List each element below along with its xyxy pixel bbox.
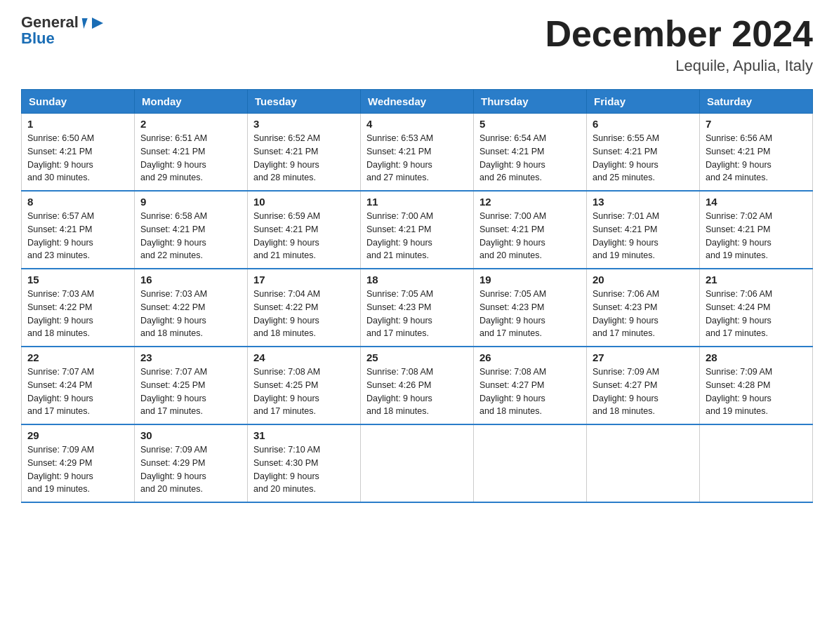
day-number: 23 <box>140 351 241 363</box>
table-row: 7 Sunrise: 6:56 AM Sunset: 4:21 PM Dayli… <box>700 114 813 192</box>
day-info: Sunrise: 6:59 AM Sunset: 4:21 PM Dayligh… <box>253 210 355 262</box>
col-sunday: Sunday <box>22 90 135 114</box>
table-row: 11 Sunrise: 7:00 AM Sunset: 4:21 PM Dayl… <box>361 191 474 269</box>
table-row: 21 Sunrise: 7:06 AM Sunset: 4:24 PM Dayl… <box>700 269 813 347</box>
day-number: 20 <box>593 274 694 286</box>
day-number: 24 <box>253 351 355 363</box>
day-number: 1 <box>27 118 128 130</box>
day-info: Sunrise: 6:50 AM Sunset: 4:21 PM Dayligh… <box>27 132 128 185</box>
table-row: 28 Sunrise: 7:09 AM Sunset: 4:28 PM Dayl… <box>700 347 813 424</box>
calendar-week-row: 15 Sunrise: 7:03 AM Sunset: 4:22 PM Dayl… <box>22 269 813 347</box>
day-info: Sunrise: 6:52 AM Sunset: 4:21 PM Dayligh… <box>253 132 355 185</box>
day-info: Sunrise: 7:09 AM Sunset: 4:29 PM Dayligh… <box>140 443 241 496</box>
day-number: 4 <box>366 118 468 130</box>
day-number: 16 <box>140 274 241 286</box>
day-number: 27 <box>593 351 694 363</box>
calendar-week-row: 1 Sunrise: 6:50 AM Sunset: 4:21 PM Dayli… <box>22 114 813 192</box>
calendar-header: Sunday Monday Tuesday Wednesday Thursday… <box>22 90 813 114</box>
col-thursday: Thursday <box>474 90 587 114</box>
day-number: 11 <box>366 196 468 208</box>
day-number: 8 <box>27 196 128 208</box>
logo-text: General <box>21 14 105 31</box>
day-number: 28 <box>706 351 807 363</box>
table-row <box>474 424 587 502</box>
svg-marker-0 <box>92 18 103 29</box>
table-row <box>700 424 813 502</box>
table-row: 26 Sunrise: 7:08 AM Sunset: 4:27 PM Dayl… <box>474 347 587 424</box>
day-info: Sunrise: 6:58 AM Sunset: 4:21 PM Dayligh… <box>140 210 241 262</box>
day-info: Sunrise: 7:06 AM Sunset: 4:24 PM Dayligh… <box>706 288 807 340</box>
table-row: 9 Sunrise: 6:58 AM Sunset: 4:21 PM Dayli… <box>135 191 248 269</box>
day-info: Sunrise: 7:03 AM Sunset: 4:22 PM Dayligh… <box>140 288 241 340</box>
table-row: 20 Sunrise: 7:06 AM Sunset: 4:23 PM Dayl… <box>587 269 700 347</box>
day-info: Sunrise: 6:51 AM Sunset: 4:21 PM Dayligh… <box>140 132 241 185</box>
table-row: 31 Sunrise: 7:10 AM Sunset: 4:30 PM Dayl… <box>248 424 361 502</box>
calendar-header-row: Sunday Monday Tuesday Wednesday Thursday… <box>22 90 813 114</box>
day-info: Sunrise: 7:09 AM Sunset: 4:28 PM Dayligh… <box>706 365 807 418</box>
table-row: 1 Sunrise: 6:50 AM Sunset: 4:21 PM Dayli… <box>22 114 135 192</box>
col-saturday: Saturday <box>700 90 813 114</box>
calendar-week-row: 29 Sunrise: 7:09 AM Sunset: 4:29 PM Dayl… <box>22 424 813 502</box>
page-header: General Blue December 2024 Lequile, Apul… <box>21 14 813 75</box>
day-info: Sunrise: 7:10 AM Sunset: 4:30 PM Dayligh… <box>253 443 355 496</box>
table-row: 2 Sunrise: 6:51 AM Sunset: 4:21 PM Dayli… <box>135 114 248 192</box>
calendar-body: 1 Sunrise: 6:50 AM Sunset: 4:21 PM Dayli… <box>22 114 813 503</box>
day-info: Sunrise: 6:56 AM Sunset: 4:21 PM Dayligh… <box>706 132 807 185</box>
day-number: 15 <box>27 274 128 286</box>
day-info: Sunrise: 7:00 AM Sunset: 4:21 PM Dayligh… <box>366 210 468 262</box>
table-row <box>361 424 474 502</box>
day-number: 18 <box>366 274 468 286</box>
day-info: Sunrise: 7:03 AM Sunset: 4:22 PM Dayligh… <box>27 288 128 340</box>
day-info: Sunrise: 7:08 AM Sunset: 4:25 PM Dayligh… <box>253 365 355 418</box>
day-number: 9 <box>140 196 241 208</box>
calendar-subtitle: Lequile, Apulia, Italy <box>545 57 813 75</box>
table-row: 25 Sunrise: 7:08 AM Sunset: 4:26 PM Dayl… <box>361 347 474 424</box>
table-row: 16 Sunrise: 7:03 AM Sunset: 4:22 PM Dayl… <box>135 269 248 347</box>
table-row: 5 Sunrise: 6:54 AM Sunset: 4:21 PM Dayli… <box>474 114 587 192</box>
calendar-week-row: 8 Sunrise: 6:57 AM Sunset: 4:21 PM Dayli… <box>22 191 813 269</box>
day-info: Sunrise: 7:06 AM Sunset: 4:23 PM Dayligh… <box>593 288 694 340</box>
day-info: Sunrise: 7:09 AM Sunset: 4:27 PM Dayligh… <box>593 365 694 418</box>
table-row: 13 Sunrise: 7:01 AM Sunset: 4:21 PM Dayl… <box>587 191 700 269</box>
day-info: Sunrise: 6:54 AM Sunset: 4:21 PM Dayligh… <box>479 132 581 185</box>
table-row: 22 Sunrise: 7:07 AM Sunset: 4:24 PM Dayl… <box>22 347 135 424</box>
col-friday: Friday <box>587 90 700 114</box>
table-row: 3 Sunrise: 6:52 AM Sunset: 4:21 PM Dayli… <box>248 114 361 192</box>
day-number: 5 <box>479 118 581 130</box>
logo-arrow-icon <box>91 16 105 30</box>
day-info: Sunrise: 7:08 AM Sunset: 4:27 PM Dayligh… <box>479 365 581 418</box>
table-row: 10 Sunrise: 6:59 AM Sunset: 4:21 PM Dayl… <box>248 191 361 269</box>
table-row <box>587 424 700 502</box>
day-number: 2 <box>140 118 241 130</box>
table-row: 12 Sunrise: 7:00 AM Sunset: 4:21 PM Dayl… <box>474 191 587 269</box>
col-wednesday: Wednesday <box>361 90 474 114</box>
calendar-title: December 2024 <box>545 14 813 54</box>
day-info: Sunrise: 6:55 AM Sunset: 4:21 PM Dayligh… <box>593 132 694 185</box>
day-number: 21 <box>706 274 807 286</box>
day-number: 14 <box>706 196 807 208</box>
day-number: 30 <box>140 429 241 441</box>
table-row: 27 Sunrise: 7:09 AM Sunset: 4:27 PM Dayl… <box>587 347 700 424</box>
day-info: Sunrise: 7:07 AM Sunset: 4:25 PM Dayligh… <box>140 365 241 418</box>
table-row: 30 Sunrise: 7:09 AM Sunset: 4:29 PM Dayl… <box>135 424 248 502</box>
day-info: Sunrise: 7:05 AM Sunset: 4:23 PM Dayligh… <box>366 288 468 340</box>
table-row: 18 Sunrise: 7:05 AM Sunset: 4:23 PM Dayl… <box>361 269 474 347</box>
table-row: 29 Sunrise: 7:09 AM Sunset: 4:29 PM Dayl… <box>22 424 135 502</box>
col-tuesday: Tuesday <box>248 90 361 114</box>
day-info: Sunrise: 7:02 AM Sunset: 4:21 PM Dayligh… <box>706 210 807 262</box>
table-row: 17 Sunrise: 7:04 AM Sunset: 4:22 PM Dayl… <box>248 269 361 347</box>
table-row: 24 Sunrise: 7:08 AM Sunset: 4:25 PM Dayl… <box>248 347 361 424</box>
day-info: Sunrise: 7:08 AM Sunset: 4:26 PM Dayligh… <box>366 365 468 418</box>
day-info: Sunrise: 7:09 AM Sunset: 4:29 PM Dayligh… <box>27 443 128 496</box>
day-number: 6 <box>593 118 694 130</box>
table-row: 6 Sunrise: 6:55 AM Sunset: 4:21 PM Dayli… <box>587 114 700 192</box>
table-row: 14 Sunrise: 7:02 AM Sunset: 4:21 PM Dayl… <box>700 191 813 269</box>
calendar-week-row: 22 Sunrise: 7:07 AM Sunset: 4:24 PM Dayl… <box>22 347 813 424</box>
table-row: 23 Sunrise: 7:07 AM Sunset: 4:25 PM Dayl… <box>135 347 248 424</box>
title-block: December 2024 Lequile, Apulia, Italy <box>545 14 813 75</box>
day-info: Sunrise: 7:00 AM Sunset: 4:21 PM Dayligh… <box>479 210 581 262</box>
day-number: 12 <box>479 196 581 208</box>
logo: General Blue <box>21 14 105 48</box>
day-number: 31 <box>253 429 355 441</box>
calendar-table: Sunday Monday Tuesday Wednesday Thursday… <box>21 89 813 503</box>
